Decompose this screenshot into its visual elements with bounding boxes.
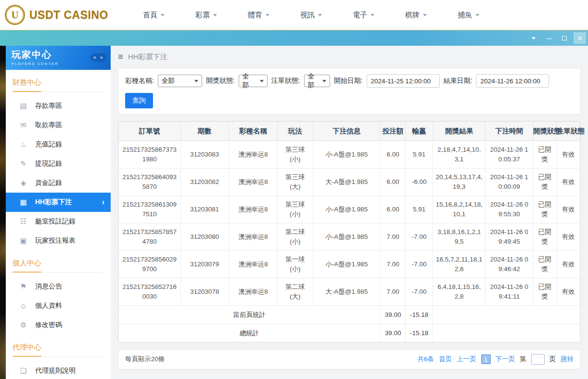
app-window: 玩家中心 PLAYERS CENTER 財務中心 ▤ 存款專區 ✉ 取款專區 — [6, 46, 588, 379]
total-summary-label: 總統計 — [119, 324, 381, 342]
cell-order-status: 有效 — [557, 278, 580, 306]
sidebar-item-notice[interactable]: ⚑ 消息公告 — [6, 277, 111, 296]
window-minimize-button[interactable]: — — [543, 32, 555, 44]
cell-lottery: 澳洲幸运8 — [229, 196, 278, 223]
sidebar: 玩家中心 PLAYERS CENTER 財務中心 ▤ 存款專區 ✉ 取款專區 — [6, 46, 111, 379]
chevron-down-icon — [260, 80, 264, 82]
nav-item-card-games[interactable]: 棋牌 — [405, 11, 427, 20]
cell-draw-status: 已開獎 — [533, 278, 557, 306]
cell-order-no: 2152173258673731980 — [119, 141, 181, 169]
end-date-input[interactable] — [476, 74, 549, 88]
prev-page-link[interactable]: 上一页 — [457, 355, 476, 364]
logo[interactable]: U USDT CASINO — [5, 5, 108, 25]
sidebar-item-label: 消息公告 — [35, 282, 62, 291]
sidebar-item-player-bet-report[interactable]: ▣ 玩家投注報表 — [6, 231, 111, 250]
cell-time: 2024-11-26 10:05:37 — [486, 141, 533, 169]
sidebar-item-funds-record[interactable]: ◈ 資金記錄 — [6, 173, 111, 193]
deposit-icon: ▤ — [19, 102, 28, 110]
nav-item-home[interactable]: 首頁 — [143, 11, 165, 20]
sidebar-section-personal: 個人中心 — [13, 259, 104, 273]
sidebar-item-hh-lottery-bet[interactable]: ▦ HH彩票下注 › — [6, 193, 111, 212]
cell-time: 2024-11-26 10:00:09 — [486, 169, 533, 196]
table-row: 2152173258578574780 31203080 澳洲幸运8 第二球(小… — [119, 223, 580, 251]
cell-period: 31203082 — [180, 169, 229, 196]
gamepad-icon — [89, 51, 107, 65]
sidebar-item-agent-rules[interactable]: ❏ 代理規則說明 — [6, 361, 111, 379]
cell-order-no: 2152173258560299700 — [119, 251, 181, 278]
next-page-link[interactable]: 下一页 — [496, 355, 515, 364]
breadcrumb: ≡ HH彩票下注 — [118, 46, 581, 68]
nav-item-live-video[interactable]: 視訊 — [300, 11, 322, 20]
jump-button[interactable]: 跳转 — [561, 355, 574, 364]
nav-item-label: 捕魚 — [458, 11, 472, 20]
window-collapse-button[interactable] — [527, 32, 540, 44]
chevron-down-icon — [423, 14, 427, 16]
cell-win-loss: -7.00 — [406, 223, 433, 251]
page-jump-input[interactable] — [531, 354, 545, 365]
cell-period: 31203079 — [180, 251, 229, 278]
start-date-input[interactable] — [367, 74, 440, 88]
draw-status-select[interactable]: 全部 — [239, 75, 268, 87]
page-title: HH彩票下注 — [128, 52, 167, 62]
cell-result: 15,16,8,2,14,18,10,1 — [433, 196, 486, 223]
personal-menu: ⚑ 消息公告 ☺ 個人資料 ⚙ 修改密碼 — [6, 277, 111, 335]
table-row: 2152173258560299700 31203079 澳洲幸运8 第一球(小… — [119, 251, 580, 278]
nav-item-sports[interactable]: 體育 — [248, 11, 269, 20]
window-maximize-button[interactable] — [558, 32, 571, 44]
col-draw-status: 開獎狀態 — [533, 122, 557, 141]
start-date-label: 開始日期: — [334, 77, 363, 85]
search-button[interactable]: 查詢 — [125, 93, 153, 108]
chevron-down-icon — [318, 14, 322, 16]
page-size-text: 每頁顯示20條 — [125, 355, 165, 364]
recharge-record-icon: ♨ — [19, 140, 28, 149]
chevron-down-icon — [532, 37, 536, 39]
top-navbar: U USDT CASINO 首頁 彩票 體育 視訊 電子 棋牌 捕魚 — [0, 0, 588, 30]
cell-period: 31203083 — [180, 141, 229, 169]
table-row: 2152173258673731980 31203083 澳洲幸运8 第三球(小… — [119, 141, 580, 169]
cell-draw-status: 已開獎 — [533, 196, 557, 223]
cell-order-no: 2152173258640935870 — [119, 169, 181, 196]
sidebar-item-withdraw[interactable]: ✉ 取款專區 — [6, 116, 111, 135]
sidebar-item-room-bet-record[interactable]: ☷ 廳室投註記錄 — [6, 212, 111, 231]
cell-amount: 6.00 — [380, 141, 406, 169]
nav-item-label: 棋牌 — [405, 11, 420, 20]
current-page-button[interactable]: 1 — [481, 354, 491, 364]
main-content: ≡ HH彩票下注 彩種名稱: 全部 開獎狀態: 全部 注單狀態: 全部 — [111, 46, 588, 379]
minimize-icon: — — [546, 35, 552, 42]
cell-lottery: 澳洲幸运8 — [229, 251, 278, 278]
cell-amount: 7.00 — [380, 223, 406, 251]
cell-bet-info: 小-A盤@1.985 — [313, 223, 380, 251]
nav-item-label: 首頁 — [143, 11, 157, 20]
page-summary-win-loss: -15.18 — [406, 306, 433, 324]
bets-table: 訂單號 期數 彩種名稱 玩法 下注信息 投注額 輸贏 開獎結果 下注時間 開獎狀… — [118, 121, 580, 342]
withdraw-record-icon: ✎ — [19, 159, 28, 168]
cell-lottery: 澳洲幸运8 — [229, 223, 278, 251]
cell-order-status: 有效 — [557, 169, 580, 196]
jump-suffix-label: 页 — [550, 355, 556, 364]
cell-order-status: 有效 — [557, 141, 580, 169]
sidebar-item-recharge-record[interactable]: ♨ 充值記錄 — [6, 135, 111, 154]
jump-prefix-label: 第 — [520, 355, 526, 364]
sidebar-item-deposit[interactable]: ▤ 存款專區 — [6, 96, 111, 116]
col-lottery: 彩種名稱 — [229, 122, 278, 141]
nav-item-fishing[interactable]: 捕魚 — [458, 11, 479, 20]
nav-item-lottery[interactable]: 彩票 — [195, 11, 217, 20]
col-period: 期數 — [180, 122, 229, 141]
first-page-link[interactable]: 首页 — [439, 355, 452, 364]
menu-toggle-icon[interactable]: ≡ — [118, 52, 123, 62]
chevron-down-icon — [194, 80, 198, 82]
sidebar-item-label: 玩家投注報表 — [35, 236, 76, 245]
page-summary-spacer — [433, 306, 580, 324]
filter-panel: 彩種名稱: 全部 開獎狀態: 全部 注單狀態: 全部 開始日期: 結束日期: — [118, 68, 581, 115]
sidebar-item-change-password[interactable]: ⚙ 修改密碼 — [6, 315, 111, 335]
player-report-icon: ▣ — [19, 236, 28, 245]
sidebar-item-withdraw-record[interactable]: ✎ 提現記錄 — [6, 154, 111, 173]
sidebar-item-profile[interactable]: ☺ 個人資料 — [6, 296, 111, 315]
window-titlebar: — ✕ — [0, 30, 588, 46]
lottery-select[interactable]: 全部 — [158, 75, 202, 87]
bets-table-card: 訂單號 期數 彩種名稱 玩法 下注信息 投注額 輸贏 開獎結果 下注時間 開獎狀… — [118, 121, 581, 343]
nav-item-slots[interactable]: 電子 — [353, 11, 374, 20]
order-status-select[interactable]: 全部 — [304, 75, 330, 87]
window-close-button[interactable]: ✕ — [574, 32, 586, 44]
lottery-select-label: 彩種名稱: — [125, 77, 154, 85]
